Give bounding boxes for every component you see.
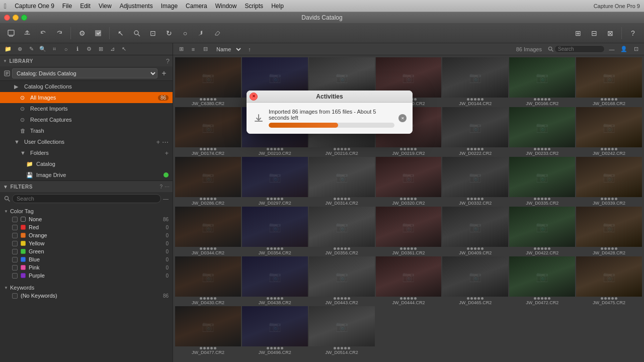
sidebar-btn-import[interactable]: ⊕ [15,44,25,54]
thumbnail-item[interactable]: 📷 JW_D0354.CR2 [242,207,308,255]
sidebar-btn-brush[interactable]: ✎ [26,44,36,54]
menu-camera[interactable]: Camera [186,3,207,10]
zoom-button[interactable] [130,26,144,40]
color-filter-item[interactable]: Blue 0 [0,255,173,263]
thumbnail-item[interactable]: 📷 JW_D0356.CR2 [309,207,375,255]
rotate-button[interactable]: ↻ [162,26,176,40]
thumbnail-item[interactable]: 📷 JW_D0233.CR2 [509,107,575,156]
menu-image[interactable]: Image [161,3,178,10]
user-collections-item[interactable]: ▼ User Collections + ⋯ [0,136,173,147]
menu-adjustments[interactable]: Adjustments [120,3,153,10]
recent-captures-item[interactable]: ⊙ Recent Captures [0,114,173,125]
maximize-button[interactable] [21,15,27,21]
activity-stop-button[interactable]: ✕ [398,114,407,122]
color-checkbox[interactable] [12,257,18,262]
color-checkbox[interactable] [12,249,18,254]
browser-slider-btn[interactable]: ⊡ [631,44,641,54]
library-question[interactable]: ? [166,58,170,64]
filters-search-clear[interactable]: — [163,196,169,202]
thumbnail-item[interactable]: 📷 JW_D0496.CR2 [242,306,308,355]
thumbnail-item[interactable]: 📷 JW_D0422.CR2 [509,207,575,255]
user-collections-add-btn[interactable]: + [156,138,160,146]
library-header[interactable]: ▼ LIBRARY ? [0,55,173,66]
user-collections-more-btn[interactable]: ⋯ [162,138,169,146]
sidebar-btn-crop[interactable]: ⌗ [49,44,59,54]
thumbnail-item[interactable]: 📷 JW_D0361.CR2 [376,207,442,255]
export-button[interactable] [20,26,34,40]
view-filmstrip-btn[interactable]: ⊟ [200,44,210,54]
color-filter-item[interactable]: Red 0 [0,223,173,231]
color-checkbox[interactable] [12,265,18,270]
sidebar-btn-circle[interactable]: ○ [61,44,71,54]
color-filter-item[interactable]: Purple 0 [0,272,173,280]
thumbnail-item[interactable]: 📷 JW_D0174.CR2 [175,107,241,156]
thumbnail-item[interactable]: 📷 JW_D0428.CR2 [576,207,642,255]
thumbnail-item[interactable]: 📷 JW_D0320.CR2 [376,157,442,206]
browser-settings-btn[interactable]: — [607,44,617,54]
thumbnail-item[interactable]: 📷 JW_D0444.CR2 [376,256,442,305]
eraser-button[interactable] [210,26,224,40]
thumbnail-item[interactable]: 📷 JW_D0297.CR2 [242,157,308,206]
process-button[interactable] [91,26,105,40]
thumbnail-item[interactable]: 📷 JW_D0166.CR2 [509,57,575,106]
thumbnail-item[interactable]: 📷 JW_D0443.CR2 [309,256,375,305]
crop-button[interactable]: ⊡ [146,26,160,40]
color-checkbox[interactable] [12,273,18,279]
menu-file[interactable]: File [62,3,72,10]
sidebar-btn-search[interactable]: 🔍 [38,44,48,54]
view-list-btn[interactable]: ≡ [188,44,198,54]
menu-window[interactable]: Window [215,3,237,10]
help-button[interactable]: ? [626,26,640,40]
filters-question-btn[interactable]: ? [159,184,163,190]
color-checkbox[interactable] [12,233,18,238]
menu-capture-one[interactable]: Capture One 9 [15,3,54,10]
thumbnail-item[interactable]: 📷 JW_D0477.CR2 [175,306,241,355]
thumbnail-item[interactable]: 📷 JW_D0332.CR2 [442,157,508,206]
thumbnail-item[interactable]: 📷 JW_D0339.CR2 [576,157,642,206]
thumbnail-item[interactable]: 📷 JW_D0335.CR2 [509,157,575,206]
thumbnail-item[interactable]: 📷 JW_D0475.CR2 [576,256,642,305]
view-thumbnails-btn[interactable]: ⊞ [176,44,186,54]
circle-tool[interactable]: ○ [178,26,192,40]
thumbnail-item[interactable]: 📷 JW_D0409.CR2 [442,207,508,255]
color-tag-header[interactable]: ▼ Color Tag [0,207,173,215]
menu-scripts[interactable]: Scripts [245,3,263,10]
sidebar-btn-info[interactable]: ℹ [72,44,83,54]
trash-item[interactable]: 🗑 Trash [0,125,173,136]
layout-grid[interactable]: ⊟ [587,26,601,40]
no-keywords-item[interactable]: (No Keywords) 86 [0,292,173,300]
sort-dropdown[interactable]: Name Date Rating [212,46,243,53]
sidebar-btn-cursor[interactable]: ↖ [119,44,129,54]
filters-search-input[interactable] [12,194,161,203]
browser-search-input[interactable] [554,45,605,53]
filters-more-btn[interactable]: ⋯ [165,184,170,190]
catalog-add-button[interactable]: + [159,69,169,78]
layout-single[interactable]: ⊞ [571,26,585,40]
settings-button[interactable]: ⚙ [75,26,89,40]
thumbnail-item[interactable]: 📷 JW_D0144.CR2 [442,57,508,106]
menu-help[interactable]: Help [271,3,284,10]
menu-edit[interactable]: Edit [80,3,91,10]
sidebar-btn-folder[interactable]: 📁 [3,44,13,54]
sidebar-btn-adjust[interactable]: ⊿ [107,44,117,54]
recent-imports-item[interactable]: ⊙ Recent Imports [0,103,173,114]
thumbnail-item[interactable]: 📷 JW_D0344.CR2 [175,207,241,255]
keywords-header[interactable]: ▼ Keywords [0,284,173,292]
thumbnail-item[interactable]: 📷 JW_D0465.CR2 [442,256,508,305]
sidebar-btn-grid[interactable]: ⊞ [96,44,106,54]
folders-item[interactable]: ▼ Folders + [0,147,173,158]
folders-add-btn[interactable]: + [165,149,169,157]
sidebar-btn-settings[interactable]: ⚙ [84,44,94,54]
color-checkbox[interactable] [12,241,18,246]
activities-dialog[interactable]: ✕ Activities Imported 86 images from 165… [247,90,413,134]
import-button[interactable] [4,26,18,40]
catalog-collections-item[interactable]: ▶ Catalog Collections [0,81,173,92]
thumbnail-item[interactable]: 📷 JW_D0222.CR2 [442,107,508,156]
cursor-button[interactable]: ↖ [114,26,128,40]
color-filter-item[interactable]: None 86 [0,215,173,223]
thumbnail-item[interactable]: 📷 JW_D0242.CR2 [576,107,642,156]
all-images-item[interactable]: ⊙ All Images 86 [0,92,173,103]
redo-button[interactable] [52,26,66,40]
thumbnail-item[interactable]: 📷 JW_C6380.CR2 [175,57,241,106]
thumbnail-item[interactable]: 📷 JW_D0314.CR2 [309,157,375,206]
